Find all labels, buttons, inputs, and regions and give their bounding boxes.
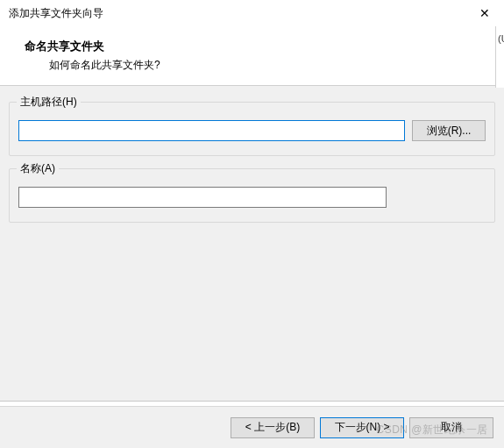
window-title: 添加共享文件夹向导 [9, 6, 103, 21]
wizard-heading: 命名共享文件夹 [25, 39, 495, 54]
name-row [18, 187, 486, 208]
wizard-subheading: 如何命名此共享文件夹? [49, 58, 495, 73]
wizard-header: 命名共享文件夹 如何命名此共享文件夹? [0, 26, 504, 86]
close-button[interactable]: ✕ [465, 0, 504, 26]
back-button[interactable]: < 上一步(B) [231, 417, 315, 438]
name-label: 名称(A) [20, 161, 55, 176]
host-path-label: 主机路径(H) [20, 95, 77, 110]
host-path-row: 浏览(R)... [18, 120, 486, 141]
next-button[interactable]: 下一步(N) > [320, 417, 404, 438]
host-path-label-wrap: 主机路径(H) [17, 95, 81, 110]
name-group: 名称(A) [9, 168, 495, 223]
titlebar: 添加共享文件夹向导 ✕ [0, 0, 504, 26]
background-fragment: (U [495, 26, 504, 88]
name-input[interactable] [18, 187, 387, 208]
wizard-content: 主机路径(H) 浏览(R)... 名称(A) [0, 86, 504, 402]
name-label-wrap: 名称(A) [17, 161, 59, 176]
browse-button[interactable]: 浏览(R)... [412, 120, 486, 141]
close-icon: ✕ [479, 6, 490, 20]
host-path-input[interactable] [18, 120, 405, 141]
cancel-button[interactable]: 取消 [409, 417, 493, 438]
host-path-group: 主机路径(H) 浏览(R)... [9, 102, 495, 156]
wizard-footer: < 上一步(B) 下一步(N) > 取消 [0, 406, 504, 448]
background-fragment-text: (U [498, 33, 504, 44]
